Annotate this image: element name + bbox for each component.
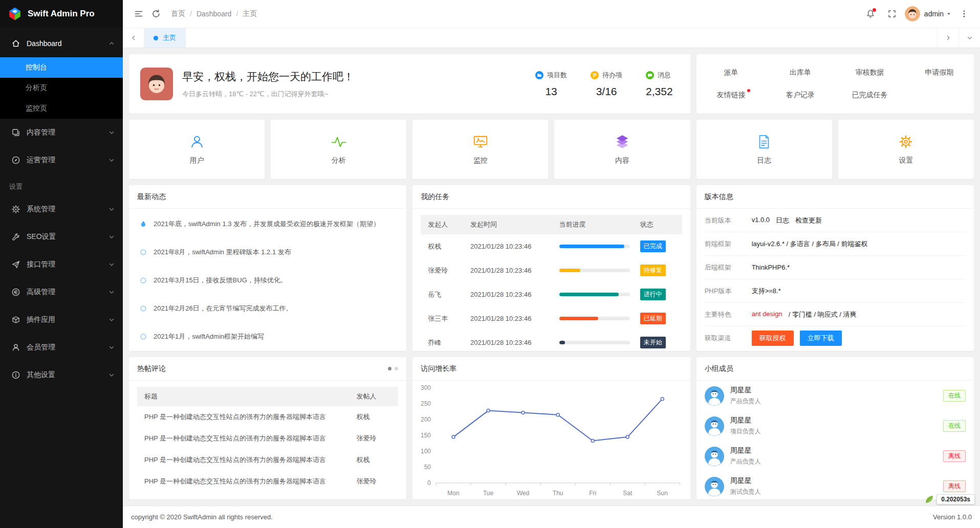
shortcut-card[interactable]: 分析 xyxy=(271,120,406,179)
post-title[interactable]: PHP 是一种创建动态交互性站点的强有力的服务器端脚本语言 xyxy=(137,406,351,428)
stat: 消息2,352 xyxy=(646,71,673,98)
sidebar-item-label: 会员管理 xyxy=(27,343,108,352)
footer: copyright © 2020 SwiftAdmin all rights r… xyxy=(123,505,980,528)
breadcrumb-item[interactable]: 主页 xyxy=(243,9,257,18)
svg-text:Mon: Mon xyxy=(448,490,460,497)
version-value: layui-v2.6.* / 多语言 / 多布局 / 前端鉴权 xyxy=(752,239,868,249)
collapse-sidebar-button[interactable] xyxy=(130,5,147,23)
more-menu-button[interactable] xyxy=(955,5,973,23)
sidebar-section-label: 设置 xyxy=(0,174,123,195)
card-title: 热帖评论 xyxy=(137,364,166,373)
post-title[interactable]: PHP 是一种创建动态交互性站点的强有力的服务器端脚本语言 xyxy=(137,428,351,449)
svg-text:100: 100 xyxy=(421,448,431,455)
task-row: 张三丰2021/01/28 10:23:46已延期 xyxy=(421,306,682,331)
sidebar-item-dashboard[interactable]: Dashboard xyxy=(0,30,123,57)
status-badge: 已完成 xyxy=(640,240,666,252)
breadcrumb-item[interactable]: 首页 xyxy=(171,9,185,18)
post-title[interactable]: PHP 是一种创建动态交互性站点的强有力的服务器端脚本语言 xyxy=(137,471,351,492)
sidebar-subitem[interactable]: 控制台 xyxy=(0,57,123,78)
seo-icon xyxy=(11,232,20,241)
version-value[interactable]: 检查更新 xyxy=(795,216,822,225)
gear-icon xyxy=(898,134,913,149)
breadcrumb-item[interactable]: Dashboard xyxy=(197,10,232,18)
card-header: 热帖评论 xyxy=(129,357,406,381)
app-title: Swift Admin Pro xyxy=(28,9,95,19)
user-menu[interactable]: admin xyxy=(924,10,951,18)
quick-link[interactable]: 友情链接 xyxy=(716,91,745,100)
get-license-button[interactable]: 获取授权 xyxy=(752,331,794,346)
shortcut-card[interactable]: 监控 xyxy=(412,120,548,179)
svg-text:250: 250 xyxy=(421,400,431,407)
progress-bar xyxy=(559,293,630,296)
team-card: 小组成员 周星星产品负责人在线周星星项目负责人在线周星星产品负责人离线周星星测试… xyxy=(696,357,974,499)
quick-link[interactable]: 客户记录 xyxy=(786,91,815,100)
sidebar-item-seo[interactable]: SEO设置 xyxy=(0,223,123,251)
download-button[interactable]: 立即下载 xyxy=(800,331,842,346)
breadcrumb: 首页/Dashboard/主页 xyxy=(171,9,257,18)
sidebar-subitem[interactable]: 分析页 xyxy=(0,78,123,98)
shortcut-card[interactable]: 内容 xyxy=(554,120,690,179)
sidebar-subitem[interactable]: 监控页 xyxy=(0,98,123,119)
quick-link[interactable]: 派单 xyxy=(724,68,738,77)
member-name: 周星星 xyxy=(730,446,761,455)
fullscreen-button[interactable] xyxy=(883,5,901,23)
plugin-icon xyxy=(11,315,20,324)
quick-link[interactable]: 审核数据 xyxy=(856,68,884,77)
shortcut-label: 设置 xyxy=(899,156,913,165)
sidebar-item-operation[interactable]: 运营管理 xyxy=(0,146,123,174)
post-title[interactable]: PHP 是一种创建动态交互性站点的强有力的服务器端脚本语言 xyxy=(137,449,351,471)
shortcut-card[interactable]: 用户 xyxy=(129,120,265,179)
carousel-dot[interactable] xyxy=(395,367,398,370)
status-badge: 在线 xyxy=(943,390,966,402)
quick-link[interactable]: 申请假期 xyxy=(925,68,953,77)
svg-text:Tue: Tue xyxy=(483,490,494,497)
quick-link[interactable]: 出库单 xyxy=(790,68,811,77)
news-item[interactable]: 2021年底，swiftAdmin 1.3 发布，并发展成最受欢迎的极速开发框架… xyxy=(129,210,406,238)
todo-icon xyxy=(591,71,599,79)
leaf-icon xyxy=(924,494,934,504)
shortcut-card[interactable]: 日志 xyxy=(696,120,832,179)
sidebar-item-advanced[interactable]: 高级管理 xyxy=(0,278,123,306)
version-value: ant design xyxy=(752,310,782,319)
status-badge: 离线 xyxy=(943,450,966,462)
quick-link[interactable]: 已完成任务 xyxy=(852,91,888,100)
shortcut-label: 监控 xyxy=(473,156,488,165)
news-item[interactable]: 2021年8月，swiftAdmin 里程碑版本 1.2.1 发布 xyxy=(129,238,406,266)
topbar-actions: admin xyxy=(862,5,973,23)
task-owner: 张三丰 xyxy=(421,306,465,331)
card-title: 我的任务 xyxy=(421,192,449,202)
post-title[interactable]: PHP 是一种创建动态交互性站点的强有力的服务器端脚本语言 xyxy=(137,492,351,499)
sidebar-item-content[interactable]: 内容管理 xyxy=(0,119,123,146)
sidebar-item-member[interactable]: 会员管理 xyxy=(0,334,123,361)
greeting-card: 早安，权栈，开始您一天的工作吧！ 今日多云转晴，18℃ - 22℃，出门记得穿外… xyxy=(129,54,690,114)
sidebar-item-label: 插件应用 xyxy=(27,315,108,324)
user-avatar[interactable] xyxy=(905,6,920,21)
sidebar-item-system[interactable]: 系统管理 xyxy=(0,195,123,223)
sidebar-item-plugin[interactable]: 插件应用 xyxy=(0,306,123,334)
version-row: 前端框架layui-v2.6.* / 多语言 / 多布局 / 前端鉴权 xyxy=(705,232,966,256)
sidebar-menu: Dashboard控制台分析页监控页内容管理运营管理设置系统管理SEO设置接口管… xyxy=(0,28,123,528)
member-role: 项目负责人 xyxy=(730,427,761,436)
notifications-button[interactable] xyxy=(862,5,879,23)
tab-scroll-right-button[interactable] xyxy=(937,28,959,48)
chevron-down-icon xyxy=(108,129,115,136)
sidebar-item-api[interactable]: 接口管理 xyxy=(0,251,123,278)
version-row-label: PHP版本 xyxy=(705,287,752,296)
task-owner: 岳飞 xyxy=(421,282,465,306)
tab[interactable]: 主页 xyxy=(144,28,186,48)
svg-text:150: 150 xyxy=(421,432,431,439)
refresh-button[interactable] xyxy=(147,5,165,23)
shortcut-card[interactable]: 设置 xyxy=(838,120,974,179)
debug-trace-chip[interactable]: 0.202053s xyxy=(924,494,975,504)
tab-dropdown-button[interactable] xyxy=(959,28,980,48)
news-item[interactable]: 2021年3月15日，接收反馈BUG，持续优化。 xyxy=(129,266,406,294)
app-logo[interactable]: Swift Admin Pro xyxy=(0,0,123,28)
sidebar-item-other[interactable]: 其他设置 xyxy=(0,361,123,389)
version-value[interactable]: 日志 xyxy=(776,216,789,225)
card-header: 访问增长率 xyxy=(412,357,690,381)
news-item[interactable]: 2021年1月，swiftAdmin框架开始编写 xyxy=(129,322,406,350)
tab-scroll-left-button[interactable] xyxy=(123,28,144,48)
progress-bar xyxy=(559,245,630,248)
news-item[interactable]: 2021年2月26日，在元宵节编写完成发布工作。 xyxy=(129,294,406,322)
carousel-dot[interactable] xyxy=(388,367,391,370)
